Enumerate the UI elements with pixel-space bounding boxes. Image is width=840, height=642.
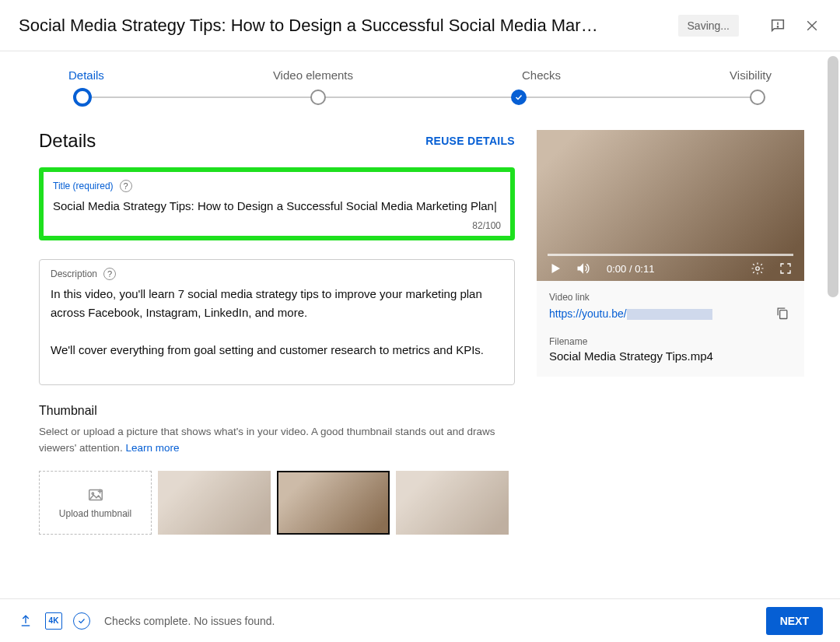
thumbnail-option-3[interactable] [396,471,509,535]
saving-status: Saving... [678,15,739,37]
hd-badge: 4K [45,612,62,630]
reuse-details-button[interactable]: REUSE DETAILS [425,135,515,147]
upload-thumbnail-button[interactable]: Upload thumbnail [39,471,152,535]
details-heading: Details [39,130,96,152]
thumbnail-row: Upload thumbnail [39,471,515,535]
title-input[interactable]: Social Media Strategy Tips: How to Desig… [53,197,501,216]
thumbnail-option-1[interactable] [158,471,271,535]
help-icon[interactable]: ? [120,180,132,192]
step-checks[interactable]: Checks [522,68,561,82]
title-field[interactable]: Title (required) ? Social Media Strategy… [39,167,515,240]
check-status-icon [73,612,90,630]
step-video-elements[interactable]: Video elements [273,68,353,82]
step-details[interactable]: Details [68,68,104,82]
step-visibility[interactable]: Visibility [730,68,772,82]
svg-marker-9 [578,263,584,273]
svg-point-1 [777,26,778,26]
step-dot-video-elements[interactable] [310,89,326,105]
video-info-card: Video link https://youtu.be/ Filename So… [537,281,804,377]
video-link[interactable]: https://youtu.be/ [549,307,759,320]
close-icon[interactable] [803,16,821,35]
thumbnail-option-2[interactable] [277,471,390,535]
description-field[interactable]: Description ? In this video, you'll lear… [39,259,515,385]
step-dot-visibility[interactable] [750,89,765,105]
thumbnail-description: Select or upload a picture that shows wh… [39,424,515,457]
learn-more-link[interactable]: Learn more [125,442,179,454]
volume-icon[interactable] [576,261,591,276]
page-title: Social Media Strategy Tips: How to Desig… [19,16,678,36]
description-field-label: Description ? [51,268,503,280]
progress-bar[interactable] [548,254,793,256]
svg-marker-8 [552,264,561,273]
filename-value: Social Media Strategy Tips.mp4 [549,349,792,363]
upload-status-icon [17,612,34,630]
title-char-count: 82/100 [53,220,501,231]
next-button[interactable]: NEXT [766,607,823,635]
playback-time: 0:00 / 0:11 [607,263,654,275]
help-icon[interactable]: ? [103,268,116,280]
dialog-footer: 4K Checks complete. No issues found. NEX… [0,598,840,642]
thumbnail-heading: Thumbnail [39,404,515,418]
title-field-label: Title (required) ? [53,180,501,192]
video-link-label: Video link [549,292,792,303]
checks-status-text: Checks complete. No issues found. [104,615,275,627]
copy-link-icon[interactable] [775,305,792,322]
play-icon[interactable] [548,261,563,276]
step-dot-checks[interactable] [511,89,527,105]
settings-icon[interactable] [750,261,765,276]
svg-rect-11 [780,310,787,319]
fullscreen-icon[interactable] [778,261,793,276]
feedback-icon[interactable] [768,16,787,35]
step-dot-details[interactable] [73,88,92,107]
scrollbar[interactable] [828,56,838,297]
description-input[interactable]: In this video, you'll learn 7 social med… [51,285,503,378]
filename-label: Filename [549,336,792,347]
stepper-track-line [76,96,764,98]
video-preview[interactable]: 0:00 / 0:11 [537,130,804,281]
svg-point-10 [756,267,760,271]
dialog-header: Social Media Strategy Tips: How to Desig… [0,0,840,51]
upload-stepper: Details Video elements Checks Visibility [0,68,840,105]
